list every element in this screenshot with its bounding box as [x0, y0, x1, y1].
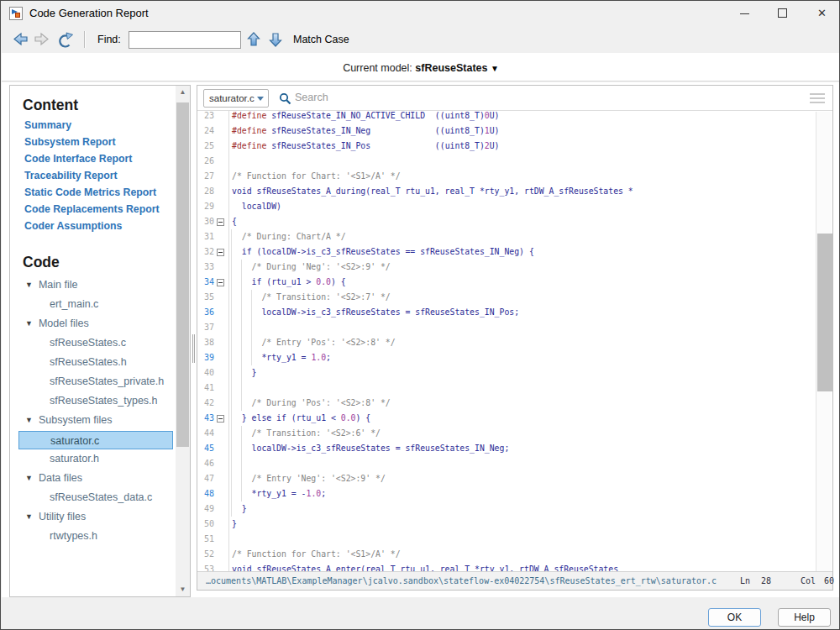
code-line: 51	[197, 532, 816, 547]
line-number[interactable]: 29	[197, 199, 214, 214]
current-model-bar: Current model: sfReuseStates ▼	[2, 53, 840, 81]
tree-file[interactable]: sfReuseStates_private.h	[50, 372, 164, 391]
maximize-button[interactable]	[764, 1, 801, 26]
panel-splitter[interactable]	[192, 334, 195, 363]
line-number[interactable]: 47	[197, 471, 214, 486]
back-icon[interactable]	[11, 31, 29, 48]
tree-collapse-icon[interactable]: ▼	[25, 314, 33, 333]
tree-group[interactable]: ▼Data files	[25, 469, 82, 487]
code-scroll-thumb[interactable]	[817, 234, 832, 391]
menu-icon[interactable]	[810, 93, 825, 106]
file-selector-dropdown[interactable]: saturator.c	[203, 89, 269, 108]
code-text: /* During 'Neg': '<S2>:9' */	[232, 260, 391, 275]
line-number[interactable]: 36	[197, 305, 214, 320]
line-number[interactable]: 32	[197, 244, 214, 260]
line-number[interactable]: 43	[197, 411, 214, 426]
line-number[interactable]: 30	[197, 214, 214, 229]
scroll-down-icon[interactable]: ▼	[176, 583, 190, 596]
line-number[interactable]: 40	[197, 365, 214, 381]
line-number[interactable]: 26	[197, 154, 214, 169]
tree-collapse-icon[interactable]: ▼	[25, 276, 33, 294]
help-button[interactable]: Help	[778, 608, 831, 627]
line-number[interactable]: 39	[197, 350, 214, 365]
line-number[interactable]: 48	[197, 486, 214, 501]
code-line: 24#define sfReuseStates_IN_Neg ((uint8_T…	[197, 123, 816, 139]
content-heading: Content	[23, 97, 78, 114]
tree-file[interactable]: sfReuseStates_data.c	[50, 488, 152, 507]
content-link[interactable]: Code Replacements Report	[24, 201, 160, 218]
code-line: 32 if (localDW->is_c3_sfReuseStates == s…	[197, 244, 816, 260]
tree-file[interactable]: sfReuseStates.c	[50, 333, 126, 352]
forward-icon[interactable]	[33, 31, 51, 48]
line-number[interactable]: 31	[197, 229, 214, 244]
tree-file[interactable]: saturator.c	[18, 431, 173, 449]
line-number[interactable]: 51	[197, 532, 214, 547]
content-link[interactable]: Summary	[24, 117, 160, 134]
code-line: 23#define sfReuseState_IN_NO_ACTIVE_CHIL…	[197, 111, 816, 123]
line-number[interactable]: 35	[197, 290, 214, 305]
find-label: Find:	[97, 34, 121, 45]
sidebar-scrollbar[interactable]: ▲ ▼	[176, 86, 190, 596]
line-number[interactable]: 45	[197, 441, 214, 456]
app-icon	[9, 7, 23, 20]
code-line: 34 if (rtu_u1 > 0.0) {	[197, 275, 816, 290]
content-link[interactable]: Coder Assumptions	[24, 218, 160, 234]
line-number[interactable]: 52	[197, 547, 214, 562]
search-input[interactable]: Search	[295, 92, 328, 103]
find-next-icon[interactable]	[267, 31, 284, 48]
content-link[interactable]: Traceability Report	[24, 167, 160, 184]
sidebar-scroll-thumb[interactable]	[176, 102, 189, 447]
code-text: /* Function for Chart: '<S1>/A' */	[232, 547, 401, 562]
code-scrollbar[interactable]	[816, 112, 832, 573]
line-number[interactable]: 34	[197, 275, 214, 290]
line-number[interactable]: 27	[197, 169, 214, 184]
refresh-icon[interactable]	[55, 31, 76, 50]
fold-icon[interactable]	[217, 218, 224, 226]
line-number[interactable]: 37	[197, 320, 214, 335]
line-number[interactable]: 50	[197, 517, 214, 532]
line-number[interactable]: 28	[197, 184, 214, 199]
fold-icon[interactable]	[217, 249, 224, 256]
line-number[interactable]: 25	[197, 139, 214, 154]
tree-file[interactable]: saturator.h	[50, 449, 99, 468]
line-number[interactable]: 38	[197, 335, 214, 350]
tree-collapse-icon[interactable]: ▼	[25, 469, 33, 487]
fold-icon[interactable]	[217, 279, 224, 286]
tree-group-label: Utility files	[39, 511, 86, 522]
content-link[interactable]: Code Interface Report	[24, 150, 160, 167]
tree-group[interactable]: ▼Subsystem files	[25, 411, 112, 429]
close-button[interactable]: ✕	[804, 1, 840, 26]
code-line: 36 localDW->is_c3_sfReuseStates = sfReus…	[197, 305, 816, 320]
minimize-button[interactable]	[726, 1, 764, 26]
tree-collapse-icon[interactable]: ▼	[25, 507, 33, 526]
tree-collapse-icon[interactable]: ▼	[25, 411, 33, 429]
line-number[interactable]: 33	[197, 260, 214, 275]
ok-button[interactable]: OK	[708, 608, 761, 627]
tree-group[interactable]: ▼Utility files	[25, 507, 86, 526]
code-line: 52/* Function for Chart: '<S1>/A' */	[197, 547, 816, 562]
content-link[interactable]: Static Code Metrics Report	[24, 184, 160, 201]
scroll-up-icon[interactable]: ▲	[176, 86, 190, 99]
tree-group[interactable]: ▼Model files	[25, 314, 89, 333]
tree-file[interactable]: rtwtypes.h	[50, 527, 97, 545]
tree-file[interactable]: sfReuseStates.h	[50, 353, 127, 371]
line-number[interactable]: 24	[197, 123, 214, 139]
code-line: 28void sfReuseStates_A_during(real_T rtu…	[197, 184, 816, 199]
code-text: localDW->is_c3_sfReuseStates = sfReuseSt…	[232, 441, 509, 456]
gutter-separator	[228, 111, 229, 573]
find-input[interactable]	[129, 31, 241, 49]
line-number[interactable]: 49	[197, 501, 214, 517]
tree-file[interactable]: ert_main.c	[50, 295, 98, 313]
model-dropdown-caret[interactable]: ▼	[491, 64, 499, 73]
line-number[interactable]: 44	[197, 426, 214, 441]
tree-file[interactable]: sfReuseStates_types.h	[50, 391, 158, 410]
line-number[interactable]: 42	[197, 396, 214, 411]
tree-group[interactable]: ▼Main file	[25, 276, 77, 294]
line-number[interactable]: 41	[197, 381, 214, 396]
fold-icon[interactable]	[217, 415, 224, 423]
find-previous-icon[interactable]	[245, 31, 262, 48]
line-number[interactable]: 23	[197, 111, 214, 123]
line-number[interactable]: 46	[197, 456, 214, 471]
content-link[interactable]: Subsystem Report	[24, 134, 160, 150]
match-case-label[interactable]: Match Case	[293, 34, 349, 45]
